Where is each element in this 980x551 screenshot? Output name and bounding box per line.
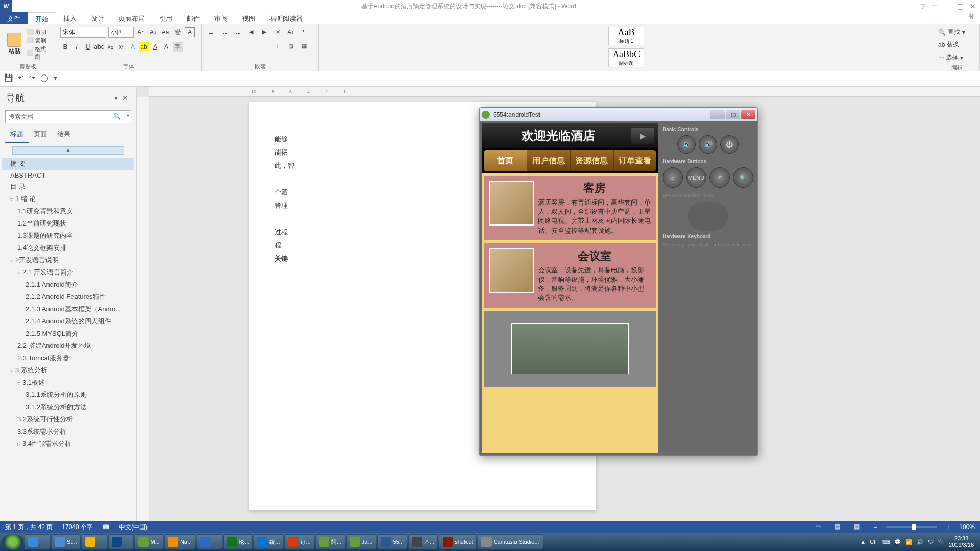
emulator-maximize-button[interactable]: ▢ [726,110,740,119]
nav-item[interactable]: 2.1.2 Android Features特性 [2,291,134,303]
subscript-button[interactable]: x₂ [105,42,115,52]
style-subtitle[interactable]: AaBbC 副标题 [608,48,644,67]
ime-indicator[interactable]: CH [870,539,878,545]
superscript-button[interactable]: x² [116,42,127,52]
task-item[interactable]: 统... [254,534,283,549]
word-count[interactable]: 17040 个字 [62,523,93,532]
task-item[interactable] [108,534,134,549]
nav-close-icon[interactable]: ✕ [120,94,130,102]
nav-item[interactable]: ▿2.1 开发语言简介 [2,266,134,279]
vertical-ruler[interactable] [137,97,149,536]
tab-references[interactable]: 引用 [152,12,180,24]
nav-user[interactable]: 用户信息 [527,150,571,171]
zoom-slider[interactable] [886,526,937,528]
increase-indent-button[interactable]: ▶ [259,27,270,37]
shield-icon[interactable]: 🛡 [928,539,934,545]
task-item[interactable]: 基... [408,534,438,549]
nav-item[interactable]: 3.1.2系统分析的方法 [2,401,134,413]
task-item[interactable] [82,534,107,549]
tab-home[interactable]: 开始 [28,12,56,24]
nav-tab-headings[interactable]: 标题 [5,127,29,143]
nav-item[interactable]: 1.2当前研究现状 [2,217,134,230]
page-number[interactable]: 第 1 页，共 42 页 [5,523,53,532]
nav-item[interactable]: ▿1 绪 论 [2,193,134,205]
search-button[interactable]: 🔍 [733,167,753,188]
ribbon-options-icon[interactable]: ▭ [931,2,938,10]
horizontal-ruler[interactable]: 1086421 [149,87,980,97]
play-icon[interactable]: ▶ [631,128,654,144]
emulator-titlebar[interactable]: 5554:androidTest — ▢ ✕ [480,108,757,121]
line-spacing-button[interactable]: ‡ [272,41,283,51]
emulator-close-button[interactable]: ✕ [741,110,755,119]
print-layout-button[interactable]: ▤ [835,523,845,531]
underline-button[interactable]: U [83,42,93,52]
cut-button[interactable]: 剪切 [27,28,52,36]
nav-item[interactable]: 2.1.5 MYSQL简介 [2,328,134,340]
tab-design[interactable]: 设计 [84,12,111,24]
nav-jump-top[interactable]: ▲ [12,146,124,155]
tab-insert[interactable]: 插入 [56,12,84,24]
nav-tab-results[interactable]: 结果 [52,127,76,143]
nav-item[interactable]: ▿3.1概述 [2,377,134,389]
sort-button[interactable]: A↓ [285,27,297,37]
distribute-button[interactable]: ≡ [259,41,270,51]
search-dropdown-icon[interactable]: ▾ [127,113,129,118]
format-painter-button[interactable]: 格式刷 [27,45,52,61]
align-center-button[interactable]: ≡ [219,41,230,51]
italic-button[interactable]: I [71,42,82,52]
nav-item[interactable]: 2.3 Tomcat服务器 [2,352,134,364]
zoom-out-button[interactable]: − [873,523,877,531]
zoom-in-button[interactable]: + [946,523,950,531]
task-item[interactable]: M... [135,534,163,549]
task-ie[interactable] [24,534,50,549]
nav-item[interactable]: 1.1研究背景和意义 [2,205,134,217]
justify-button[interactable]: ≡ [246,41,257,51]
multilevel-button[interactable]: ☵ [232,27,243,37]
nav-item[interactable]: 1.4论文框架安排 [2,242,134,254]
nav-item[interactable]: 3.2系统可行性分析 [2,413,134,425]
nav-item[interactable]: ABSTRACT [2,170,134,181]
copy-button[interactable]: 复制 [27,37,52,44]
nav-item[interactable]: 目 录 [2,181,134,193]
home-button[interactable]: ⌂ [663,167,683,188]
find-button[interactable]: 🔍 查找 ▾ [938,27,965,37]
action-center-icon[interactable]: 💬 [894,539,901,545]
undo-button[interactable]: ↶ [18,73,24,84]
search-icon[interactable]: 🔍 [113,113,121,120]
font-family-select[interactable] [60,27,106,38]
nav-item[interactable]: ▿2开发语言说明 [2,254,134,266]
qat-customize-button[interactable]: ▾ [54,73,57,84]
help-icon[interactable]: ? [921,2,925,10]
nav-home[interactable]: 首页 [484,150,527,171]
char-shading-button[interactable]: 字 [173,42,183,52]
borders-button[interactable]: ▦ [299,41,310,51]
meeting-card[interactable]: 会议室 会议室，设备先进，具备电脑，投影仪，音响等设施，环境优雅，大小兼备，服务… [484,243,656,308]
grow-font-button[interactable]: A↑ [136,27,146,37]
paste-button[interactable]: 粘贴 [4,33,24,56]
task-item[interactable]: Ja... [346,534,376,549]
shading-button[interactable]: ▨ [285,41,297,51]
strikethrough-button[interactable]: abc [94,42,104,52]
nav-order[interactable]: 订单查看 [614,150,656,171]
task-item[interactable]: 订... [284,534,314,549]
nav-item[interactable]: ▿3 系统分析 [2,364,134,377]
room-card[interactable]: 客房 酒店客房，有普通标间，豪华套间，单人，双人间，全部设有中央空调，卫星闭路电… [484,176,656,240]
minimize-icon[interactable]: — [944,2,951,10]
save-button[interactable]: 💾 [4,73,13,84]
banner-card[interactable] [484,311,656,387]
back-button[interactable]: ↶ [709,167,730,188]
nav-search-input[interactable] [5,110,131,123]
nav-item[interactable]: 3.1.1系统分析的原则 [2,389,134,401]
task-item[interactable]: Camtasia Studio... [478,534,543,549]
shrink-font-button[interactable]: A↓ [148,27,158,37]
task-item[interactable]: Na... [164,534,195,549]
task-item[interactable]: shutcut [439,534,476,549]
bullets-button[interactable]: ☰ [206,27,217,37]
task-item[interactable]: 论... [223,534,253,549]
change-case-button[interactable]: Aa [160,27,170,37]
login-icon[interactable]: 登 [968,12,980,24]
char-border-button[interactable]: A [161,42,172,52]
task-item[interactable]: St... [51,534,81,549]
start-button[interactable] [2,534,23,550]
font-size-select[interactable] [108,27,134,38]
